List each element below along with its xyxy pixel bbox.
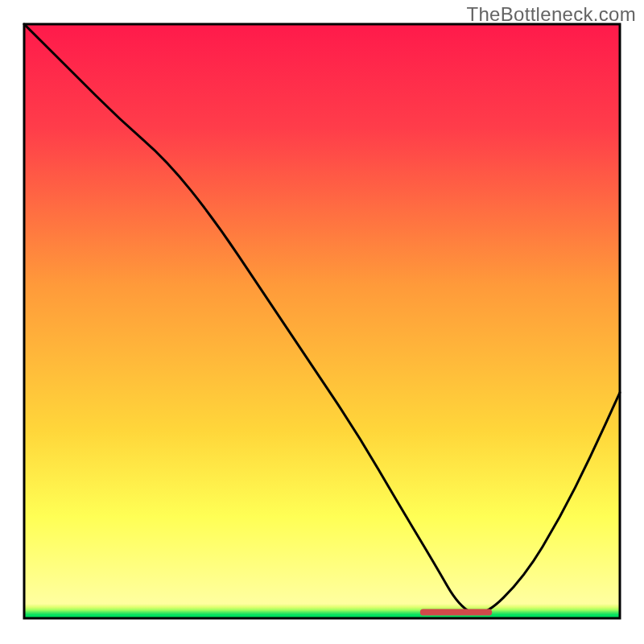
green-band: [24, 604, 620, 615]
bottleneck-chart: [0, 0, 644, 644]
gradient-background: [24, 24, 620, 604]
watermark-text: TheBottleneck.com: [466, 3, 636, 26]
chart-container: TheBottleneck.com: [0, 0, 644, 644]
